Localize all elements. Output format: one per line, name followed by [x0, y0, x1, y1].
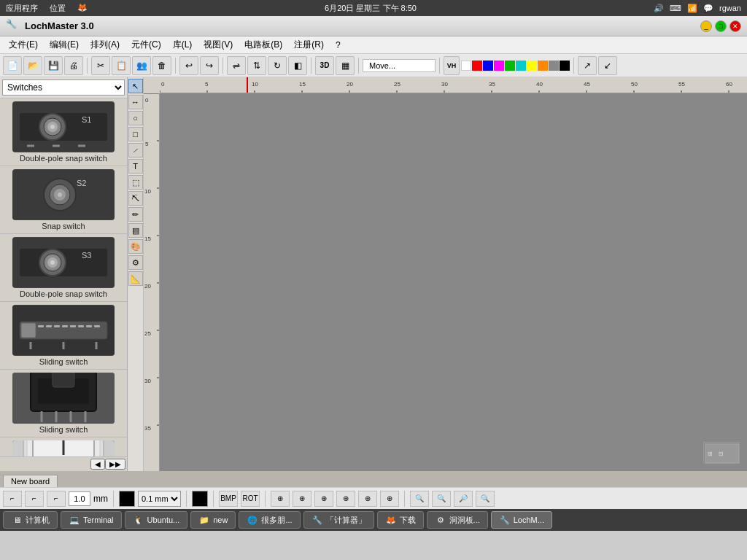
import-button[interactable]: ↙ [598, 56, 617, 75]
redo-button[interactable]: ↪ [200, 56, 219, 75]
flip-button[interactable]: ⇅ [247, 56, 266, 75]
user-name[interactable]: rgwan [719, 4, 741, 12]
unit-select[interactable]: 0.1 mm 0.5 mm 1.0 mm [138, 491, 181, 507]
stroke-color-box[interactable] [192, 491, 208, 507]
color-black[interactable] [560, 61, 570, 71]
tool-select[interactable]: ↖ [128, 79, 143, 93]
keyboard-icon[interactable]: ⌨ [670, 4, 681, 13]
angle-45[interactable]: ⌐ [25, 491, 44, 507]
zoom-reset[interactable]: 🔍 [476, 491, 495, 507]
color-white[interactable] [461, 61, 471, 71]
component-item-s3[interactable]: S3 Double-pole snap switch [0, 234, 127, 302]
menu-board[interactable]: 电路板(B) [239, 37, 288, 52]
tool-cut[interactable]: ⬚ [128, 175, 143, 190]
zoom-out[interactable]: 🔍 [432, 491, 451, 507]
menu-register[interactable]: 注册(R) [288, 37, 330, 52]
new-button[interactable]: 📄 [3, 56, 22, 75]
color-green[interactable] [505, 61, 515, 71]
tool-fill[interactable]: ▤ [128, 223, 143, 238]
cut-button[interactable]: ✂ [91, 56, 110, 75]
color-yellow[interactable] [527, 61, 537, 71]
color-cyan[interactable] [516, 61, 526, 71]
component-item-rocker[interactable]: Rocker switch [0, 438, 127, 456]
taskbar-item-web[interactable]: 🌐 很多朋... [239, 511, 300, 529]
comp-action-4[interactable]: ⊕ [336, 491, 355, 507]
volume-icon[interactable]: 🔊 [654, 4, 664, 13]
taskbar-item-ubuntu[interactable]: 🐧 Ubuntu... [125, 511, 188, 529]
rot-button[interactable]: ROT [241, 491, 260, 507]
taskbar-item-new[interactable]: 📁 new [190, 511, 236, 529]
taskbar-item-calc[interactable]: 🔧 「计算器」 [303, 511, 374, 529]
menu-view[interactable]: 视图(V) [198, 37, 239, 52]
component-item-slide2[interactable]: Sliding switch [0, 370, 127, 438]
rotate-button[interactable]: ↻ [268, 56, 287, 75]
zoom-fit[interactable]: 🔎 [454, 491, 473, 507]
angle-free[interactable]: ⌐ [47, 491, 66, 507]
board-tab-new[interactable]: New board [3, 475, 58, 487]
tool-pick[interactable]: ⛏ [128, 191, 143, 206]
tool-line[interactable]: ⟋ [128, 143, 143, 158]
menu-arrange[interactable]: 排列(A) [85, 37, 125, 52]
fill-color-box[interactable] [119, 491, 135, 507]
taskbar-item-lochmaster[interactable]: 🔧 LochM... [491, 511, 552, 529]
menu-component[interactable]: 元件(C) [125, 37, 167, 52]
maximize-button[interactable]: □ [715, 20, 727, 32]
network-icon[interactable]: 📶 [687, 4, 697, 13]
color-orange[interactable] [538, 61, 548, 71]
comp-action-6[interactable]: ⊕ [380, 491, 399, 507]
comp-action-2[interactable]: ⊕ [293, 491, 311, 507]
minimize-button[interactable]: _ [700, 20, 712, 32]
menu-file[interactable]: 文件(E) [3, 37, 44, 52]
delete-button[interactable]: 🗑 [152, 56, 171, 75]
print-button[interactable]: 🖨 [64, 56, 83, 75]
export-button[interactable]: ↗ [578, 56, 597, 75]
comp-action-1[interactable]: ⊕ [271, 491, 290, 507]
scroll-right[interactable]: ▶▶ [105, 459, 125, 470]
menu-help[interactable]: ? [330, 39, 347, 52]
component-item-s1[interactable]: S1 Double-pole snap switch [0, 98, 127, 166]
undo-button[interactable]: ↩ [179, 56, 198, 75]
angle-90[interactable]: ⌐ [3, 491, 22, 507]
open-button[interactable]: 📂 [23, 56, 42, 75]
comp-action-3[interactable]: ⊕ [314, 491, 333, 507]
vh-button[interactable]: VH [444, 56, 460, 75]
zoom-in[interactable]: 🔍 [410, 491, 429, 507]
color-red[interactable] [472, 61, 482, 71]
tool-text[interactable]: T [128, 159, 143, 174]
taskbar-item-download[interactable]: 🦊 下载 [377, 511, 424, 529]
places-menu[interactable]: 位置 [50, 3, 66, 14]
duplicate-button[interactable]: 👥 [132, 56, 151, 75]
tool-paint[interactable]: 🎨 [128, 239, 143, 254]
color-magenta[interactable] [494, 61, 504, 71]
menu-edit[interactable]: 编辑(E) [44, 37, 85, 52]
bmp-button[interactable]: BMP [219, 491, 238, 507]
component-item-slide1[interactable]: Sliding switch [0, 302, 127, 370]
mirror-button[interactable]: ⇌ [227, 56, 246, 75]
firefox-icon[interactable]: 🦊 [77, 3, 88, 14]
taskbar-item-terminal[interactable]: 💻 Terminal [61, 511, 122, 529]
tool-settings[interactable]: ⚙ [128, 255, 143, 270]
tool-circle[interactable]: ○ [128, 111, 143, 125]
line-width-input[interactable] [69, 491, 90, 506]
scroll-left[interactable]: ◀ [90, 459, 105, 470]
layer-button[interactable]: ◧ [288, 56, 307, 75]
menu-library[interactable]: 库(L) [167, 37, 198, 52]
taskbar-item-computer[interactable]: 🖥 计算机 [3, 511, 58, 529]
taskbar-item-board[interactable]: ⚙ 洞洞板... [427, 511, 488, 529]
grid-button[interactable]: ▦ [336, 56, 355, 75]
tool-wire[interactable]: ✏ [128, 207, 143, 222]
color-gray[interactable] [549, 61, 559, 71]
comp-action-5[interactable]: ⊕ [358, 491, 377, 507]
color-blue[interactable] [483, 61, 493, 71]
tool-move[interactable]: ↔ [128, 95, 143, 109]
tool-measure[interactable]: 📐 [128, 271, 143, 286]
tool-rect[interactable]: □ [128, 127, 143, 141]
chat-icon[interactable]: 💬 [703, 4, 713, 13]
save-button[interactable]: 💾 [44, 56, 63, 75]
category-select[interactable]: Switches Resistors Capacitors ICs Connec… [2, 79, 125, 96]
copy-button[interactable]: 📋 [112, 56, 131, 75]
component-item-s2[interactable]: S2 Snap switch [0, 166, 127, 234]
3d-button[interactable]: 3D [315, 56, 334, 75]
app-menu[interactable]: 应用程序 [6, 3, 38, 14]
close-button[interactable]: ✕ [729, 20, 741, 32]
